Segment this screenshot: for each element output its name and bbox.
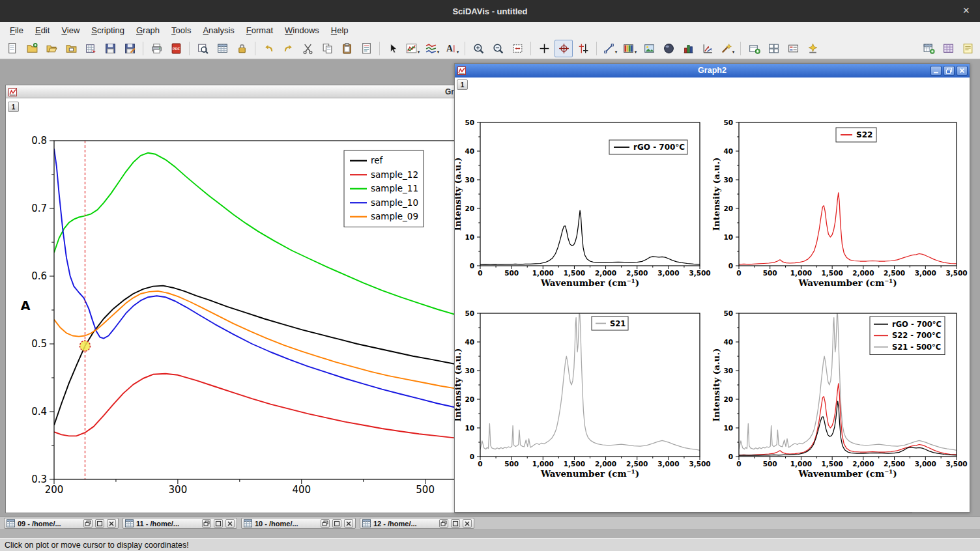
cut-button[interactable] [298, 40, 317, 57]
add-legend-button[interactable] [784, 40, 802, 57]
rescale-to-show-all-button[interactable] [508, 40, 526, 57]
script-window-button[interactable] [357, 40, 375, 57]
svg-text:500: 500 [504, 269, 519, 277]
graph2-close-button[interactable] [957, 66, 968, 76]
plot-wizard-button[interactable] [803, 40, 822, 57]
tab-restore-button[interactable] [83, 519, 93, 528]
tab-close-button[interactable] [225, 519, 235, 528]
screen-reader-button[interactable] [535, 40, 553, 57]
tab-restore-button[interactable] [439, 519, 448, 528]
tab-maximize-button[interactable] [332, 519, 341, 528]
add-layer-button[interactable] [745, 40, 763, 57]
tab-maximize-button[interactable] [214, 519, 223, 528]
x-axis-label: Wavenumber (cm⁻¹) [798, 468, 897, 479]
tab-restore-button[interactable] [202, 519, 211, 528]
statusbar: Click on plot or move cursor to display … [0, 538, 980, 551]
graph2-window[interactable]: Graph2 1 05001,0001,5002,0002,5003,0003,… [454, 63, 970, 513]
curve-styles-icon [425, 42, 437, 55]
print-button[interactable] [147, 40, 166, 57]
zoom-in-button[interactable] [469, 40, 487, 57]
menu-help[interactable]: Help [325, 23, 354, 37]
tab-close-button[interactable] [463, 519, 472, 528]
export-pdf-button[interactable]: PDF [167, 40, 185, 57]
undo-button[interactable] [259, 40, 278, 57]
new-matrix-button[interactable] [939, 40, 957, 57]
svg-text:10: 10 [723, 233, 733, 241]
raman-charts[interactable]: 05001,0001,5002,0002,5003,0003,500010203… [455, 78, 968, 511]
graph1-layer-button[interactable]: 1 [8, 102, 19, 112]
add-text-button[interactable]: A▾ [442, 40, 461, 57]
minimized-window-tab[interactable]: 12 - /home/... [360, 518, 474, 529]
svg-text:0.8: 0.8 [31, 135, 47, 147]
menu-edit[interactable]: Edit [29, 23, 55, 37]
arrange-layers-button[interactable] [764, 40, 783, 57]
paste-button[interactable] [338, 40, 356, 57]
open-template-button[interactable] [62, 40, 80, 57]
new-table-right-button[interactable] [919, 40, 938, 57]
svg-text:2,000: 2,000 [595, 269, 616, 277]
menu-view[interactable]: View [55, 23, 85, 37]
legend: rGO - 700°CS22 - 700°CS21 - 500°C [870, 317, 945, 355]
graph2-content[interactable]: 1 05001,0001,5002,0002,5003,0003,5000102… [455, 78, 970, 512]
mini-line-plot-icon [405, 42, 418, 55]
cursor-marker[interactable] [79, 341, 90, 351]
graph2-layer-button[interactable]: 1 [457, 79, 468, 90]
svg-text:0: 0 [478, 460, 482, 468]
legend-entry: S22 [856, 130, 872, 139]
tab-maximize-button[interactable] [95, 519, 104, 528]
new-project-button[interactable] [3, 40, 22, 57]
draw-line-button[interactable]: ▾ [601, 40, 619, 57]
legend: S22 [836, 128, 876, 142]
menu-file[interactable]: File [4, 23, 29, 37]
graph2-minimize-button[interactable] [930, 66, 942, 76]
dropdown-arrow-icon: ▾ [635, 49, 637, 55]
menu-tools[interactable]: Tools [166, 23, 197, 37]
new-table-button[interactable] [213, 40, 231, 57]
copy-button[interactable] [318, 40, 336, 57]
color-map-button[interactable]: ▾ [620, 40, 639, 57]
save-template-button[interactable] [121, 40, 139, 57]
pointer-button[interactable] [384, 40, 402, 57]
new-folder-button[interactable] [23, 40, 41, 57]
y-axis-label: Intensity (a.u.) [711, 348, 721, 421]
add-image-button[interactable] [640, 40, 658, 57]
plot-curve-button[interactable]: ▾ [403, 40, 422, 57]
minimized-window-tab[interactable]: 10 - /home/... [241, 518, 356, 529]
minimized-window-tab[interactable]: 11 - /home/... [122, 518, 237, 529]
fit-wizard-button[interactable]: ▾ [718, 40, 736, 57]
app-close-button[interactable]: × [962, 5, 970, 16]
plot-3d-button[interactable] [659, 40, 678, 57]
tab-maximize-button[interactable] [451, 519, 460, 528]
legend-box-icon [787, 42, 800, 55]
new-note-button[interactable] [958, 40, 977, 57]
svg-text:50: 50 [723, 119, 733, 126]
plot-vectors-button[interactable] [699, 40, 717, 57]
menu-analysis[interactable]: Analysis [197, 23, 240, 37]
app-titlebar[interactable]: SciDAVis - untitled × [0, 0, 980, 22]
zoom-out-button[interactable] [489, 40, 507, 57]
menu-graph[interactable]: Graph [130, 23, 166, 37]
import-ascii-button[interactable] [81, 40, 100, 57]
svg-text:3,000: 3,000 [657, 269, 679, 277]
tab-close-button[interactable] [107, 519, 116, 528]
menubar: FileEditViewScriptingGraphToolsAnalysisF… [0, 22, 980, 38]
open-project-button[interactable] [42, 40, 61, 57]
menu-windows[interactable]: Windows [279, 23, 325, 37]
lock-toolbars-button[interactable] [233, 40, 251, 57]
redo-button[interactable] [279, 40, 297, 57]
save-project-button[interactable] [101, 40, 119, 57]
menu-format[interactable]: Format [240, 23, 279, 37]
plot-style-button[interactable]: ▾ [423, 40, 441, 57]
select-data-range-button[interactable] [574, 40, 592, 57]
graph2-restore-button[interactable] [944, 66, 955, 76]
tab-restore-button[interactable] [321, 519, 330, 528]
menu-scripting[interactable]: Scripting [85, 23, 130, 37]
minimized-window-tab[interactable]: 09 - /home/... [4, 518, 119, 529]
project-explorer-button[interactable] [194, 40, 212, 57]
data-reader-button[interactable] [555, 40, 573, 57]
tab-close-button[interactable] [344, 519, 353, 528]
toolbar-separator [255, 42, 255, 55]
plot-bars-button[interactable] [679, 40, 697, 57]
graph2-titlebar[interactable]: Graph2 [455, 64, 970, 78]
crosshair-circle-icon [558, 42, 570, 55]
